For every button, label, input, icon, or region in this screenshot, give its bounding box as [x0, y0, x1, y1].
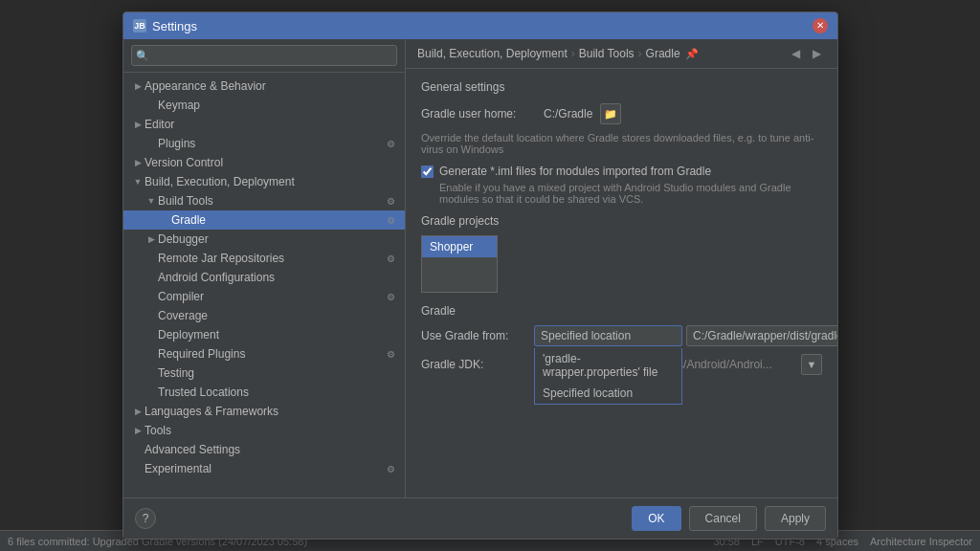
gradle-override-text: Override the default location where Grad… — [421, 132, 822, 155]
gradle-path-input[interactable] — [686, 325, 837, 346]
dropdown-option-specified[interactable]: Specified location — [535, 383, 681, 404]
gradle-jdk-label: Gradle JDK: — [421, 358, 526, 371]
tree-item-gradle[interactable]: Gradle ⚙ — [123, 210, 405, 230]
tree-item-trusted-locations[interactable]: Trusted Locations — [123, 383, 405, 402]
expand-icon-rjr — [145, 252, 158, 265]
tree-item-keymap[interactable]: Keymap — [123, 96, 405, 115]
dialog-close-button[interactable]: ✕ — [813, 18, 828, 33]
gradle-settings-content: General settings Gradle user home: C:/Gr… — [406, 69, 837, 497]
breadcrumb-build[interactable]: Build, Execution, Deployment — [417, 47, 568, 60]
gradle-user-home-row: Gradle user home: C:/Gradle 📁 — [421, 103, 822, 124]
expand-icon-editor: ▶ — [131, 118, 145, 131]
tree-label-lang: Languages & Frameworks — [145, 405, 278, 418]
tree-item-version-control[interactable]: ▶ Version Control — [123, 153, 405, 172]
settings-icon-rjr: ⚙ — [384, 252, 397, 265]
status-inspector: Architecture Inspector — [870, 536, 972, 547]
settings-tree: ▶ Appearance & Behavior Keymap ▶ Editor … — [123, 73, 405, 497]
search-box: 🔍 — [123, 39, 405, 73]
tree-item-required-plugins[interactable]: Required Plugins ⚙ — [123, 344, 405, 364]
breadcrumb-build-tools[interactable]: Build Tools — [579, 47, 635, 60]
settings-icon-exp: ⚙ — [384, 462, 397, 475]
search-icon: 🔍 — [136, 50, 149, 62]
search-input[interactable] — [131, 45, 397, 66]
dialog-titlebar: JB Settings ✕ — [123, 12, 837, 39]
tree-item-languages[interactable]: ▶ Languages & Frameworks — [123, 402, 405, 421]
gradle-config-section: Gradle Use Gradle from: 'gradle-wrapper.… — [421, 304, 822, 375]
gradle-user-home-value: C:/Gradle — [544, 107, 592, 121]
project-item-shopper[interactable]: Shopper — [422, 236, 497, 257]
generate-iml-sub: Enable if you have a mixed project with … — [439, 182, 822, 205]
expand-icon-bed: ▼ — [131, 175, 145, 188]
tree-label-plugins: Plugins — [158, 137, 195, 150]
gradle-user-home-label: Gradle user home: — [421, 107, 536, 121]
cancel-button[interactable]: Cancel — [689, 506, 757, 531]
tree-item-experimental[interactable]: Experimental ⚙ — [123, 459, 405, 478]
tree-item-appearance[interactable]: ▶ Appearance & Behavior — [123, 77, 405, 96]
ok-button[interactable]: OK — [632, 506, 680, 531]
gradle-jdk-dropdown-button[interactable]: ▼ — [801, 354, 822, 375]
projects-panel: Shopper — [421, 235, 822, 293]
expand-icon-gradle — [158, 213, 171, 227]
tree-label-appearance: Appearance & Behavior — [145, 79, 266, 93]
tree-label-compiler: Compiler — [158, 290, 204, 303]
tree-item-android-config[interactable]: Android Configurations — [123, 268, 405, 287]
generate-iml-row: Generate *.iml files for modules importe… — [421, 165, 822, 178]
tree-label-coverage: Coverage — [158, 309, 208, 322]
breadcrumb-gradle[interactable]: Gradle — [646, 47, 680, 60]
dialog-footer: ? OK Cancel Apply — [123, 497, 837, 539]
tree-label-bt: Build Tools — [158, 194, 213, 208]
breadcrumb-nav: ◀ ▶ — [786, 45, 826, 62]
generate-iml-label: Generate *.iml files for modules importe… — [439, 165, 711, 178]
tree-item-testing[interactable]: Testing — [123, 364, 405, 383]
tree-item-editor[interactable]: ▶ Editor — [123, 115, 405, 134]
gradle-from-dropdown[interactable]: 'gradle-wrapper.properties' file Specifi… — [534, 325, 682, 346]
tree-label-tools: Tools — [145, 424, 171, 437]
breadcrumb-back-button[interactable]: ◀ — [786, 45, 805, 62]
tree-label-vc: Version Control — [145, 156, 223, 169]
expand-icon-testing — [145, 366, 158, 380]
tree-item-build-exec-deploy[interactable]: ▼ Build, Execution, Deployment — [123, 172, 405, 191]
expand-icon-plugins — [145, 137, 158, 150]
tree-label-ac: Android Configurations — [158, 271, 275, 284]
dropdown-option-wrapper[interactable]: 'gradle-wrapper.properties' file — [535, 348, 681, 383]
settings-icon-plugins: ⚙ — [384, 137, 397, 150]
tree-item-compiler[interactable]: Compiler ⚙ — [123, 287, 405, 306]
tree-label-exp: Experimental — [145, 462, 212, 475]
footer-buttons: OK Cancel Apply — [632, 506, 826, 531]
tree-item-tools[interactable]: ▶ Tools — [123, 421, 405, 440]
help-button[interactable]: ? — [135, 508, 156, 529]
settings-dialog: JB Settings ✕ 🔍 ▶ Appearance & Behavior — [122, 11, 838, 540]
tree-item-debugger[interactable]: ▶ Debugger — [123, 230, 405, 249]
gradle-user-home-folder-button[interactable]: 📁 — [600, 103, 621, 124]
tree-item-build-tools[interactable]: ▼ Build Tools ⚙ — [123, 191, 405, 210]
tree-item-advanced-settings[interactable]: Advanced Settings — [123, 440, 405, 459]
tree-item-remote-jar[interactable]: Remote Jar Repositories ⚙ — [123, 249, 405, 268]
generate-iml-checkbox[interactable] — [421, 165, 434, 178]
general-settings-title: General settings — [421, 80, 822, 94]
gradle-from-dropdown-open: 'gradle-wrapper.properties' file Specifi… — [534, 348, 682, 405]
expand-icon-tools: ▶ — [131, 424, 145, 437]
tree-label-rp: Required Plugins — [158, 347, 245, 361]
tree-label-tl: Trusted Locations — [158, 386, 249, 399]
project-list: Shopper — [421, 235, 498, 293]
dialog-app-icon: JB — [133, 19, 146, 33]
expand-icon-deploy — [145, 328, 158, 342]
tree-item-plugins[interactable]: Plugins ⚙ — [123, 134, 405, 153]
gradle-from-dropdown-container: 'gradle-wrapper.properties' file Specifi… — [534, 325, 837, 346]
tree-label-editor: Editor — [145, 118, 174, 131]
breadcrumb-sep-2: › — [638, 47, 642, 60]
gradle-projects-header: Gradle projects — [421, 214, 822, 228]
dialog-title-left: JB Settings — [133, 19, 197, 33]
tree-item-coverage[interactable]: Coverage — [123, 306, 405, 325]
breadcrumb-forward-button[interactable]: ▶ — [807, 45, 826, 62]
dialog-body: 🔍 ▶ Appearance & Behavior Keymap ▶ — [123, 39, 837, 497]
tree-label-keymap: Keymap — [158, 99, 200, 112]
expand-icon-adv — [131, 443, 145, 456]
tree-label-deploy: Deployment — [158, 328, 219, 342]
tree-label-gradle: Gradle — [171, 213, 206, 227]
apply-button[interactable]: Apply — [765, 506, 826, 531]
tree-item-deployment[interactable]: Deployment — [123, 325, 405, 344]
expand-icon-debugger: ▶ — [145, 232, 158, 246]
gradle-section-label: Gradle — [421, 304, 822, 318]
settings-icon-compiler: ⚙ — [384, 290, 397, 303]
